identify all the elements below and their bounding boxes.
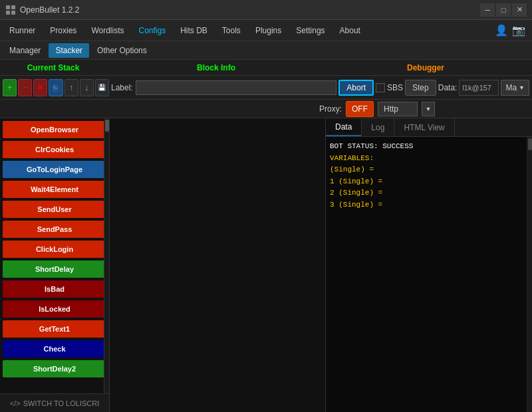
menu-about[interactable]: About — [333, 23, 367, 39]
person-icon[interactable]: 👤 — [495, 24, 508, 37]
stack-item-isbad[interactable]: IsBad — [3, 280, 106, 298]
svg-rect-2 — [6, 11, 10, 15]
label-area: Label: — [111, 80, 336, 95]
output-line-2: VARIABLES: — [330, 153, 528, 165]
add-block-button[interactable]: + — [3, 79, 17, 96]
stack-item-senduser[interactable]: SendUser — [3, 201, 106, 218]
data-label: Data: — [438, 83, 458, 92]
menu-settings[interactable]: Settings — [289, 23, 331, 39]
sub-menu-bar: Manager Stacker Other Options — [0, 41, 532, 60]
clear-blocks-button[interactable]: ✕ — [33, 79, 47, 96]
menu-runner[interactable]: Runner — [3, 23, 42, 39]
move-up-button[interactable]: ↑ — [65, 79, 78, 96]
section-headers: Current Stack Block Info Debugger — [0, 60, 532, 76]
stack-item-sendpass[interactable]: SendPass — [3, 221, 106, 238]
proxy-row: Proxy: OFF Http ▼ — [0, 100, 532, 118]
output-line-5: 2 (Single) = — [330, 187, 528, 199]
menu-tools[interactable]: Tools — [215, 23, 247, 39]
debugger-output: BOT STATUS: SUCCESS VARIABLES: (Single) … — [326, 137, 532, 412]
stack-item-islocked[interactable]: IsLocked — [3, 300, 106, 318]
step-button[interactable]: Step — [405, 80, 436, 96]
menu-hitsdb[interactable]: Hits DB — [174, 23, 214, 39]
stack-item-gotologinpage[interactable]: GoToLoginPage — [3, 161, 106, 178]
proxy-chevron-icon: ▼ — [426, 106, 432, 112]
toolbar-left: + − ✕ ⎘ ↑ ↓ 💾 — [3, 79, 109, 96]
chevron-down-icon: ▼ — [519, 84, 525, 91]
submenu-other-options[interactable]: Other Options — [90, 43, 154, 58]
output-line-1: BOT STATUS: SUCCESS — [330, 141, 528, 153]
svg-rect-1 — [11, 5, 15, 9]
switch-to-loliscript-button[interactable]: </> SWITCH TO LOLISCRI — [0, 393, 109, 412]
data-dropdown[interactable]: Ma ▼ — [501, 80, 529, 96]
proxy-toggle[interactable]: OFF — [346, 101, 374, 117]
data-value: l1k@157 — [459, 80, 499, 96]
stack-panel: OpenBrowser ClrCookies GoToLoginPage Wai… — [0, 118, 110, 412]
title-bar: OpenBullet 1.2.2 ─ □ ✕ — [0, 0, 532, 20]
title-bar-left: OpenBullet 1.2.2 — [5, 5, 79, 15]
debugger-tabs: Data Log HTML View — [326, 118, 532, 137]
stack-list: OpenBrowser ClrCookies GoToLoginPage Wai… — [0, 118, 109, 393]
tab-log[interactable]: Log — [362, 118, 394, 136]
app-icon — [5, 5, 16, 15]
stack-item-shortdelay[interactable]: ShortDelay — [3, 260, 106, 278]
stack-scrollbar[interactable] — [104, 118, 109, 393]
proxy-type-dropdown[interactable]: ▼ — [422, 102, 435, 116]
menu-configs[interactable]: Configs — [132, 23, 173, 39]
panels-row: OpenBrowser ClrCookies GoToLoginPage Wai… — [0, 118, 532, 412]
stack-item-gettext1[interactable]: GetText1 — [3, 320, 106, 338]
switch-label: SWITCH TO LOLISCRI — [23, 399, 100, 407]
svg-rect-3 — [11, 11, 15, 15]
move-down-button[interactable]: ↓ — [80, 79, 94, 96]
output-line-6: 3 (Single) = — [330, 199, 528, 211]
toolbar: + − ✕ ⎘ ↑ ↓ 💾 Label: Abort SBS Step Data… — [0, 76, 532, 100]
editor-panel[interactable] — [110, 118, 326, 412]
menu-proxies[interactable]: Proxies — [43, 23, 83, 39]
close-button[interactable]: ✕ — [512, 3, 527, 17]
sbs-label: SBS — [387, 83, 403, 92]
app-title: OpenBullet 1.2.2 — [20, 5, 79, 15]
copy-block-button[interactable]: ⎘ — [49, 79, 63, 96]
output-scrollbar[interactable] — [527, 137, 532, 412]
label-text: Label: — [111, 83, 133, 92]
sbs-checkbox[interactable] — [376, 83, 385, 92]
submenu-manager[interactable]: Manager — [3, 43, 47, 58]
proxy-label: Proxy: — [319, 104, 342, 114]
camera-icon[interactable]: 📷 — [512, 24, 525, 37]
debugger-header: Debugger — [326, 60, 532, 75]
proxy-type: Http — [378, 102, 418, 116]
output-line-3: (Single) = — [330, 164, 528, 176]
stack-item-shortdelay2[interactable]: ShortDelay2 — [3, 360, 106, 377]
minimize-button[interactable]: ─ — [480, 3, 495, 17]
tab-html-view[interactable]: HTML View — [394, 118, 454, 136]
block-info-header: Block Info — [106, 60, 326, 75]
remove-block-button[interactable]: − — [18, 79, 32, 96]
save-block-button[interactable]: 💾 — [95, 79, 109, 96]
window-controls: ─ □ ✕ — [480, 3, 527, 17]
debugger-controls: Abort SBS Step Data: l1k@157 Ma ▼ — [338, 80, 529, 96]
abort-button[interactable]: Abort — [338, 80, 374, 96]
menu-plugins[interactable]: Plugins — [249, 23, 288, 39]
stack-item-openbrowser[interactable]: OpenBrowser — [3, 121, 106, 138]
menu-bar: Runner Proxies Wordlists Configs Hits DB… — [0, 20, 532, 41]
code-icon: </> — [10, 399, 21, 407]
current-stack-header: Current Stack — [0, 60, 106, 75]
main-content: Current Stack Block Info Debugger + − ✕ … — [0, 60, 532, 412]
stack-item-clicklogin[interactable]: ClickLogin — [3, 241, 106, 258]
maximize-button[interactable]: □ — [496, 3, 511, 17]
tab-data[interactable]: Data — [326, 118, 362, 136]
stack-item-check[interactable]: Check — [3, 340, 106, 358]
submenu-stacker[interactable]: Stacker — [49, 43, 89, 58]
sbs-area: SBS — [376, 83, 403, 92]
stack-item-wait4element[interactable]: Wait4Element — [3, 181, 106, 198]
svg-rect-0 — [6, 5, 10, 9]
stack-item-clrcookies[interactable]: ClrCookies — [3, 141, 106, 158]
menu-wordlists[interactable]: Wordlists — [84, 23, 130, 39]
debugger-panel: Data Log HTML View BOT STATUS: SUCCESS V… — [326, 118, 532, 412]
output-line-4: 1 (Single) = — [330, 176, 528, 188]
label-input[interactable] — [136, 80, 337, 95]
